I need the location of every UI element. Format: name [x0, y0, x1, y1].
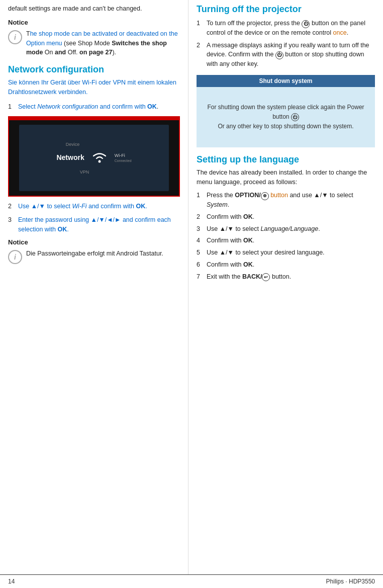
language-heading: Setting up the language	[197, 154, 375, 165]
shutdown-text-1: For shutting down the system please clic…	[202, 103, 370, 122]
turnoff-step-2: 2 A message displays asking if you reall…	[197, 41, 375, 69]
lang-step-5: 5 Use ▲/▼ to select your desired languag…	[197, 248, 375, 258]
network-screenshot: Device Network	[8, 116, 180, 197]
connected-label: Connected	[115, 159, 132, 162]
notice-label-1: Notice	[8, 19, 180, 26]
turnoff-step2-text: A message displays asking if you really …	[207, 41, 375, 69]
vpn-label: VPN	[23, 170, 89, 175]
lang-step-4: 4 Confirm with OK.	[197, 236, 375, 245]
lang-step5-text: Use ▲/▼ to select your desired language.	[207, 248, 325, 258]
network-config-heading: Network configuration	[8, 64, 180, 75]
content-area: default settings are made and can't be c…	[0, 0, 383, 574]
network-step-1: 1 Select Network configuration and confi…	[8, 102, 180, 112]
right-column: Turning off the projector 1 To turn off …	[188, 0, 383, 574]
power-btn-2: ⏻	[275, 51, 283, 59]
lang-step2-text: Confirm with OK.	[207, 212, 254, 222]
lang-step3-text: Use ▲/▼ to select Language/Language.	[207, 224, 320, 234]
lang-step6-text: Confirm with OK.	[207, 260, 254, 270]
network-steps-2: 2 Use ▲/▼ to select Wi-Fi and confirm wi…	[8, 202, 180, 234]
step3-text: Enter the password using ▲/▼/◄/► and con…	[18, 215, 180, 234]
page-container: default settings are made and can't be c…	[0, 0, 383, 588]
shutdown-box: Shut down system For shutting down the s…	[197, 75, 375, 147]
wifi-icon	[90, 150, 109, 165]
device-label: Device	[23, 142, 79, 147]
network-steps: 1 Select Network configuration and confi…	[8, 102, 180, 112]
step2-number: 2	[8, 202, 15, 211]
lang-step2-num: 2	[197, 212, 204, 222]
left-column: default settings are made and can't be c…	[0, 0, 188, 574]
notice-text-1: The shop mode can be activated or deacti…	[26, 29, 180, 57]
notice-box-1: i The shop mode can be activated or deac…	[8, 29, 180, 57]
turnoff-step1-num: 1	[197, 19, 204, 38]
info-icon-1: i	[8, 30, 22, 44]
page-footer: 14 Philips · HDP3550	[0, 574, 383, 588]
notice-box-2: i Die Passworteingabe erfolgt mit Androi…	[8, 249, 180, 264]
notice-label-2: Notice	[8, 238, 180, 246]
notice-text-2: Die Passworteingabe erfolgt mit Android …	[26, 249, 163, 259]
lang-step-1: 1 Press the OPTION/⊕ button and use ▲/▼ …	[197, 191, 375, 210]
page-ref-bold: on page 27	[79, 49, 112, 56]
step3-number: 3	[8, 215, 15, 234]
turn-off-heading: Turning off the projector	[197, 4, 375, 15]
network-step-2: 2 Use ▲/▼ to select Wi-Fi and confirm wi…	[8, 202, 180, 211]
lang-step3-num: 3	[197, 224, 204, 234]
lang-step6-num: 6	[197, 260, 204, 270]
step2-text: Use ▲/▼ to select Wi-Fi and confirm with…	[18, 202, 180, 211]
lang-step5-num: 5	[197, 248, 204, 258]
lang-step7-num: 7	[197, 272, 204, 282]
lang-step-6: 6 Confirm with OK.	[197, 260, 375, 270]
step1-blue: Select Network configuration and confirm…	[18, 103, 157, 110]
network-step-3: 3 Enter the password using ▲/▼/◄/► and c…	[8, 215, 180, 234]
info-icon-2: i	[8, 250, 22, 264]
shutdown-body: For shutting down the system please clic…	[197, 87, 375, 147]
turnoff-step1-text: To turn off the projector, press the ⏻ b…	[207, 19, 375, 38]
power-btn-1: ⏻	[302, 20, 310, 28]
shutdown-header: Shut down system	[197, 75, 375, 87]
language-intro: The device has already been installed. I…	[197, 168, 375, 187]
svg-point-0	[98, 160, 101, 162]
turnoff-step-1: 1 To turn off the projector, press the ⏻…	[197, 19, 375, 38]
network-label: Network	[56, 153, 84, 161]
once-text: once	[333, 29, 347, 36]
shutdown-text-2: Or any other key to stop shutting down t…	[202, 122, 370, 131]
lang-step1-num: 1	[197, 191, 204, 210]
turnoff-step2-num: 2	[197, 41, 204, 69]
notice-t: T	[26, 30, 30, 37]
lang-step-2: 2 Confirm with OK.	[197, 212, 375, 222]
lang-step4-num: 4	[197, 236, 204, 245]
lang-step-7: 7 Exit with the BACK/↩ button.	[197, 272, 375, 282]
turnoff-steps: 1 To turn off the projector, press the ⏻…	[197, 19, 375, 69]
lang-step-3: 3 Use ▲/▼ to select Language/Language.	[197, 224, 375, 234]
german-text: Sie können Ihr Gerät über Wi-Fi oder VPN…	[8, 78, 180, 97]
lang-step4-text: Confirm with OK.	[207, 236, 254, 245]
lang-step1-text: Press the OPTION/⊕ button and use ▲/▼ to…	[207, 191, 375, 210]
back-btn: ↩	[262, 273, 270, 281]
brand-name: Philips · HDP3550	[326, 578, 375, 585]
and-bold: and	[55, 49, 66, 56]
step1-number: 1	[8, 102, 15, 112]
intro-text: default settings are made and can't be c…	[8, 4, 180, 14]
power-btn-shutdown: ⏻	[291, 113, 299, 121]
step1-text: Select Network configuration and confirm…	[18, 102, 180, 112]
option-btn: ⊕	[261, 192, 269, 200]
language-steps: 1 Press the OPTION/⊕ button and use ▲/▼ …	[197, 191, 375, 281]
lang-step7-text: Exit with the BACK/↩ button.	[207, 272, 291, 282]
page-number: 14	[8, 578, 15, 585]
wifi-label: Wi-Fi	[115, 153, 125, 158]
